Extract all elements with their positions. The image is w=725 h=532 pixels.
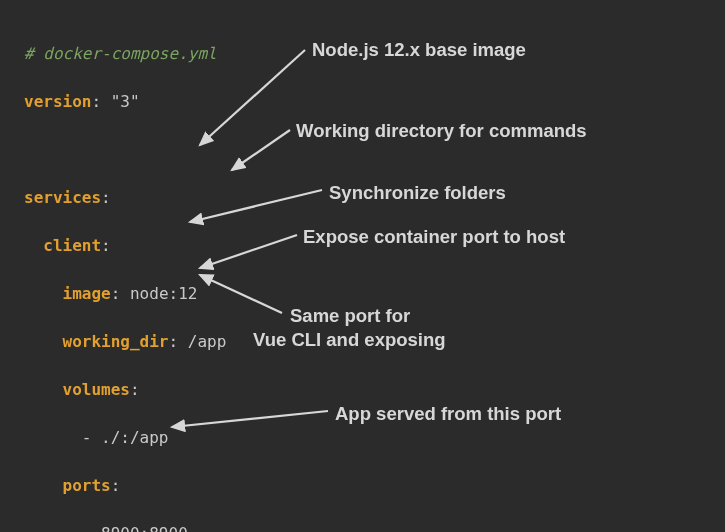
colon: : [130,380,140,399]
yaml-value-image: node:12 [120,284,197,303]
annotation-app-served: App served from this port [335,400,561,428]
yaml-key-ports: ports [63,476,111,495]
yaml-key-version: version [24,92,91,111]
annotation-sync-folders: Synchronize folders [329,179,506,207]
yaml-dash: - [82,524,101,532]
yaml-key-workingdir: working_dir [63,332,169,351]
yaml-dash: - [82,428,101,447]
yaml-key-volumes: volumes [63,380,130,399]
annotation-same-port-l2: Vue CLI and exposing [253,326,446,354]
yaml-value: "3" [101,92,140,111]
colon: : [111,476,121,495]
colon: : [101,188,111,207]
annotation-expose-port: Expose container port to host [303,223,565,251]
colon: : [169,332,179,351]
colon: : [91,92,101,111]
yaml-key-client: client [43,236,101,255]
colon: : [101,236,111,255]
annotation-node-base: Node.js 12.x base image [312,36,526,64]
yaml-key-services: services [24,188,101,207]
yaml-value-port: 8900:8900 [101,524,188,532]
yaml-key-image: image [63,284,111,303]
annotation-working-dir: Working directory for commands [296,117,587,145]
yaml-value-workingdir: /app [178,332,226,351]
yaml-comment: # docker-compose.yml [24,44,217,63]
code-block: # docker-compose.yml version: "3" servic… [24,18,458,532]
colon: : [111,284,121,303]
yaml-value-volume: ./:/app [101,428,168,447]
